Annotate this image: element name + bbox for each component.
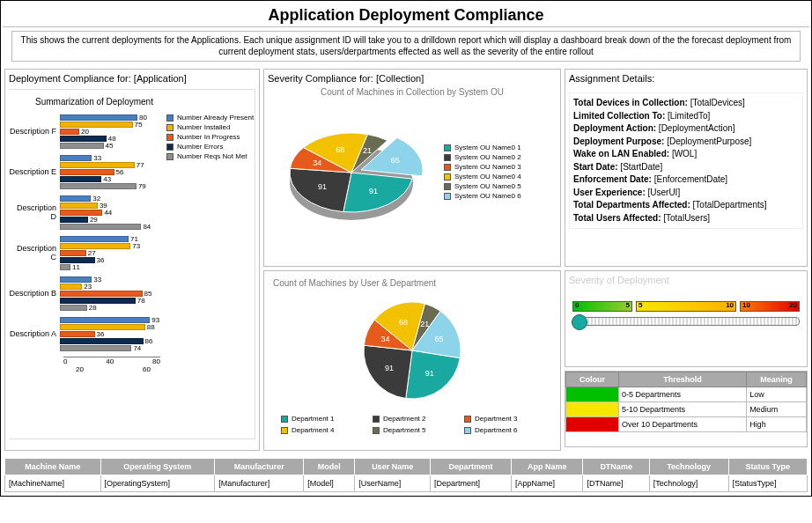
bar-segment[interactable] (60, 291, 143, 297)
bar-segment[interactable] (60, 276, 92, 283)
table-header[interactable]: App Name (512, 459, 583, 475)
bar-value-label: 56 (116, 168, 124, 176)
detail-row: Limited Collection To: [LimitedTo] (573, 110, 799, 123)
table-header[interactable]: DTName (583, 459, 649, 475)
bar-segment[interactable] (60, 305, 87, 311)
bar-segment[interactable] (60, 169, 114, 175)
pie-ou-legend: System OU Name0 1System OU Name0 2System… (444, 144, 521, 202)
bar-segment[interactable] (60, 243, 130, 249)
legend-item: System OU Name0 1 (444, 144, 521, 151)
table-header[interactable]: User Name (355, 459, 431, 475)
table-cell: [Manufacturer] (215, 475, 304, 492)
table-row: 0-5 DepartmentsLow (566, 387, 807, 402)
bar-value-label: 79 (138, 182, 146, 190)
bar-value-label: 28 (89, 304, 97, 312)
legend-item: Number Already Present (166, 114, 255, 122)
bar-segment[interactable] (60, 155, 92, 161)
severity-panel-title: Severity Compliance for: [Collection] (268, 73, 557, 84)
bar-segment[interactable] (60, 176, 101, 182)
summarization-legend: Number Already PresentNumber InstalledNu… (166, 114, 255, 378)
bar-segment[interactable] (60, 203, 98, 209)
bar-segment[interactable] (60, 136, 107, 142)
table-header[interactable]: Status Type (728, 459, 807, 475)
bar-value-label: 20 (81, 128, 89, 136)
severity-slider[interactable] (572, 317, 800, 326)
table-cell: [Technology] (649, 475, 728, 492)
table-cell: [MachineName] (5, 475, 101, 492)
bar-segment[interactable] (60, 324, 145, 330)
bar-segment[interactable] (60, 143, 104, 149)
detail-row: Deployment Action: [DeploymentAction] (573, 122, 799, 136)
pie-slice-label: 65 (434, 335, 443, 343)
detail-row: Total Departments Affected: [TotalDepart… (573, 199, 799, 212)
pie-slice-label: 91 (385, 364, 394, 372)
bar-segment[interactable] (60, 122, 133, 128)
detail-row: User Experience: [UserUI] (573, 187, 799, 200)
severity-slider-knob[interactable] (572, 314, 587, 330)
summarization-bar-chart[interactable]: Description F8075204845Description E3377… (9, 114, 163, 378)
pie-slice-label: 91 (318, 182, 327, 191)
machine-table[interactable]: Machine NameOperating SystemManufacturer… (4, 458, 808, 492)
legend-item: Department 6 (464, 426, 543, 434)
pie-dept-chart[interactable]: 919134682165 (328, 293, 496, 408)
bar-value-label: 78 (137, 297, 145, 305)
bar-value-label: 73 (132, 242, 140, 250)
pie-dept-legend: Department 1Department 2Department 3Depa… (268, 415, 557, 436)
pie-ou-chart[interactable]: 919134682165 (268, 102, 444, 243)
bar-segment[interactable] (60, 345, 131, 351)
gauge-tick-20: 20 (789, 301, 797, 309)
table-header[interactable]: Model (304, 459, 355, 475)
bar-category-label: Description D (9, 203, 60, 221)
bar-segment[interactable] (60, 264, 70, 270)
bar-category-label: Description A (9, 329, 60, 338)
threshold-table: ColourThresholdMeaning0-5 DepartmentsLow… (565, 372, 807, 432)
bar-segment[interactable] (60, 210, 102, 216)
bar-segment[interactable] (60, 317, 150, 323)
bar-value-label: 33 (93, 154, 101, 162)
table-header[interactable]: Manufacturer (215, 459, 304, 475)
bar-segment[interactable] (60, 217, 88, 223)
table-cell: [DTName] (583, 475, 649, 492)
bar-segment[interactable] (60, 250, 86, 256)
deployment-compliance-panel: Deployment Compliance for: [Application]… (4, 69, 260, 451)
bar-segment[interactable] (60, 331, 95, 337)
bar-segment[interactable] (60, 284, 82, 290)
summarization-title: Summarization of Deployment (35, 97, 255, 107)
table-cell: [Model] (304, 475, 355, 492)
bar-segment[interactable] (60, 236, 129, 242)
bar-segment[interactable] (60, 129, 79, 135)
detail-row: Start Date: [StartDate] (573, 161, 799, 174)
bar-segment[interactable] (60, 224, 141, 230)
table-row[interactable]: [MachineName][OperatingSystem][Manufactu… (5, 475, 808, 492)
legend-item: Number Reqs Not Met (166, 152, 255, 160)
bar-value-label: 43 (103, 175, 111, 183)
bar-segment[interactable] (60, 298, 136, 304)
severity-compliance-panel: Severity Compliance for: [Collection] Co… (263, 69, 561, 267)
gauge-tick-10a: 10 (726, 301, 734, 309)
legend-item: Department 1 (281, 415, 360, 423)
table-header: Colour (566, 372, 619, 387)
bar-segment[interactable] (60, 114, 137, 121)
bar-segment[interactable] (60, 195, 91, 202)
threshold-table-panel: ColourThresholdMeaning0-5 DepartmentsLow… (565, 371, 808, 447)
bar-segment[interactable] (60, 183, 137, 189)
bar-segment[interactable] (60, 257, 95, 263)
bar-category-label: Description B (9, 289, 60, 298)
bar-value-label: 86 (145, 337, 153, 345)
bar-value-label: 36 (97, 256, 105, 264)
pie-ou-title: Count of Machines in Collection by Syste… (268, 87, 557, 97)
table-header[interactable]: Technology (649, 459, 728, 475)
bar-segment[interactable] (60, 338, 144, 344)
severity-gauge-panel: Severity of Deployment 0 5 5 10 10 20 (565, 270, 808, 367)
legend-item: Department 5 (373, 426, 452, 434)
pie-slice-label: 21 (363, 146, 372, 155)
legend-item: System OU Name0 6 (444, 192, 521, 200)
table-header[interactable]: Operating System (100, 459, 215, 475)
bar-segment[interactable] (60, 162, 135, 168)
gauge-tick-5b: 5 (639, 301, 642, 309)
bar-value-label: 29 (90, 216, 98, 224)
legend-item: System OU Name0 4 (444, 173, 521, 180)
table-header[interactable]: Department (431, 459, 512, 475)
table-header[interactable]: Machine Name (5, 459, 101, 475)
table-cell: [UserName] (355, 475, 431, 492)
